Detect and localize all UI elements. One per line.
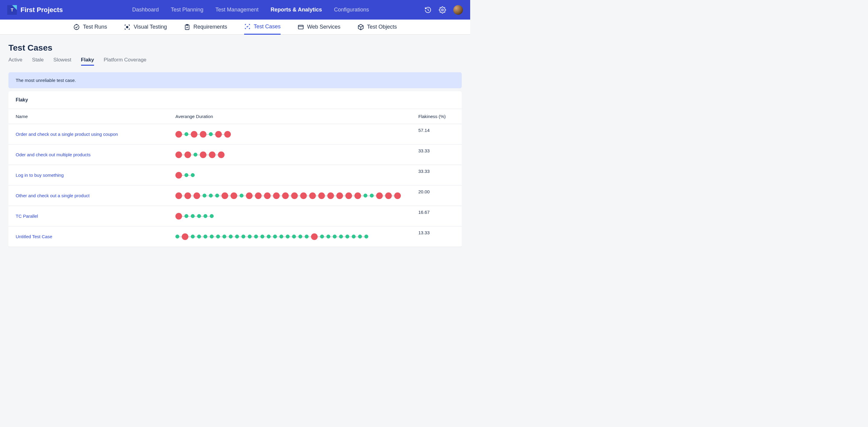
content: Test Cases ActiveStaleSlowestFlakyPlatfo… xyxy=(0,35,470,255)
nav-right xyxy=(424,5,463,15)
status-dot-pass xyxy=(333,235,337,238)
status-dot-fail xyxy=(291,192,298,199)
status-dot-pass xyxy=(222,235,226,238)
tabs: ActiveStaleSlowestFlakyPlatform Coverage xyxy=(8,57,462,66)
tab-flaky[interactable]: Flaky xyxy=(81,57,94,66)
logo-icon xyxy=(7,5,17,15)
status-dot-pass xyxy=(235,235,239,238)
check-circle-icon xyxy=(73,24,80,30)
sub-nav-label: Test Objects xyxy=(367,24,397,30)
column-duration[interactable]: Averange Duration xyxy=(176,114,418,119)
status-dot-pass xyxy=(273,235,277,238)
sub-nav-label: Test Runs xyxy=(83,24,107,30)
main-nav-item-test-management[interactable]: Test Management xyxy=(216,7,258,13)
main-nav-item-configurations[interactable]: Configurations xyxy=(334,7,369,13)
duration-dots xyxy=(176,152,418,158)
avatar[interactable] xyxy=(453,5,463,15)
test-case-link[interactable]: Order and check out a single product usi… xyxy=(16,132,176,137)
status-dot-fail xyxy=(300,192,307,199)
svg-point-0 xyxy=(441,9,443,11)
test-case-link[interactable]: Log in to buy something xyxy=(16,172,176,178)
flakiness-value: 33.33 xyxy=(418,148,455,153)
main-nav-item-reports-analytics[interactable]: Reports & Analytics xyxy=(271,7,322,13)
status-dot-pass xyxy=(216,235,220,238)
status-dot-pass xyxy=(176,235,179,238)
settings-icon[interactable] xyxy=(439,6,446,13)
test-case-link[interactable]: Untitled Test Case xyxy=(16,234,176,239)
status-dot-pass xyxy=(345,235,349,238)
status-dot-fail xyxy=(200,131,207,138)
duration-dots xyxy=(176,192,418,199)
status-dot-fail xyxy=(182,233,188,240)
card-title: Flaky xyxy=(8,91,462,109)
status-dot-fail xyxy=(193,192,200,199)
sub-nav-test-runs[interactable]: Test Runs xyxy=(73,20,107,35)
status-dot-fail xyxy=(184,192,191,199)
main-nav-item-dashboard[interactable]: Dashboard xyxy=(132,7,159,13)
duration-dots xyxy=(176,213,418,220)
clipboard-icon xyxy=(184,24,190,30)
sub-nav-web-services[interactable]: Web Services xyxy=(298,20,341,35)
sub-nav: Test RunsVisual TestingRequirementsTest … xyxy=(0,20,470,35)
history-icon[interactable] xyxy=(424,6,432,13)
status-dot-pass xyxy=(370,194,374,198)
table-row: Other and check out a single product20.0… xyxy=(8,186,462,206)
tab-slowest[interactable]: Slowest xyxy=(53,57,71,66)
flakiness-value: 57.14 xyxy=(418,128,455,133)
status-dot-pass xyxy=(358,235,362,238)
status-dot-pass xyxy=(204,214,207,218)
test-case-link[interactable]: Other and check out a single product xyxy=(16,193,176,198)
status-dot-fail xyxy=(376,192,383,199)
sub-nav-requirements[interactable]: Requirements xyxy=(184,20,227,35)
status-dot-fail xyxy=(221,192,228,199)
status-dot-pass xyxy=(305,235,309,238)
browser-icon xyxy=(298,24,304,30)
status-dot-pass xyxy=(191,173,195,177)
svg-point-1 xyxy=(74,24,79,30)
status-dot-pass xyxy=(240,194,244,198)
status-dot-fail xyxy=(176,131,182,138)
sub-nav-test-cases[interactable]: Test Cases xyxy=(244,20,281,35)
status-dot-pass xyxy=(184,173,188,177)
sub-nav-visual-testing[interactable]: Visual Testing xyxy=(124,20,167,35)
flakiness-value: 16.67 xyxy=(418,209,455,215)
table-row: Oder and check out multiple products33.3… xyxy=(8,144,462,165)
status-dot-fail xyxy=(264,192,271,199)
test-case-link[interactable]: TC Parallel xyxy=(16,214,176,219)
tab-platform-coverage[interactable]: Platform Coverage xyxy=(104,57,147,66)
main-nav-item-test-planning[interactable]: Test Planning xyxy=(171,7,204,13)
table-body: Order and check out a single product usi… xyxy=(8,124,462,247)
status-dot-pass xyxy=(184,214,188,218)
status-dot-pass xyxy=(191,235,195,238)
top-nav: First Projects DashboardTest PlanningTes… xyxy=(0,0,470,20)
status-dot-fail xyxy=(385,192,392,199)
status-dot-fail xyxy=(184,152,191,158)
flakiness-value: 20.00 xyxy=(418,189,455,194)
duration-dots xyxy=(176,233,418,240)
column-flakiness[interactable]: Flakiness (%) xyxy=(418,114,455,119)
page-title: Test Cases xyxy=(8,43,462,53)
tab-active[interactable]: Active xyxy=(8,57,22,66)
flakiness-value: 33.33 xyxy=(418,169,455,174)
status-dot-pass xyxy=(364,194,367,198)
column-name[interactable]: Name xyxy=(16,114,176,119)
status-dot-pass xyxy=(352,235,355,238)
info-banner: The most unreliable test case. xyxy=(8,72,462,88)
status-dot-pass xyxy=(299,235,302,238)
sub-nav-test-objects[interactable]: Test Objects xyxy=(358,20,397,35)
tab-stale[interactable]: Stale xyxy=(32,57,44,66)
duration-dots xyxy=(176,131,418,138)
sub-nav-label: Requirements xyxy=(193,24,227,30)
cube-icon xyxy=(358,24,364,30)
table-header: Name Averange Duration Flakiness (%) xyxy=(8,109,462,124)
table-row: Untitled Test Case13.33 xyxy=(8,226,462,247)
status-dot-pass xyxy=(191,214,195,218)
status-dot-fail xyxy=(224,131,231,138)
status-dot-pass xyxy=(260,235,264,238)
status-dot-fail xyxy=(273,192,280,199)
test-case-link[interactable]: Oder and check out multiple products xyxy=(16,152,176,157)
focus-icon xyxy=(124,24,130,30)
logo-section[interactable]: First Projects xyxy=(7,5,63,15)
status-dot-pass xyxy=(254,235,258,238)
status-dot-pass xyxy=(267,235,271,238)
